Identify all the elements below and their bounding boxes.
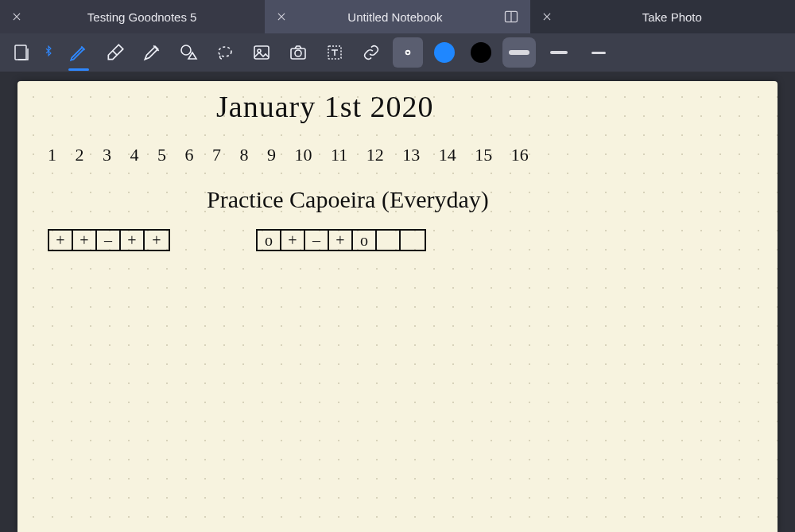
- tracker-cell: +: [281, 231, 305, 250]
- tracker-cell: o: [258, 231, 281, 250]
- tab-bar: Testing Goodnotes 5 Untitled Notebook Ta…: [0, 0, 795, 33]
- color-swatch-2[interactable]: [466, 37, 496, 68]
- pen-tool[interactable]: [64, 37, 94, 68]
- tracker-cell: [377, 231, 401, 250]
- habit-tracker-2: o+–+o: [256, 229, 426, 251]
- stroke-thick[interactable]: [502, 37, 536, 68]
- tracker-cell: +: [49, 231, 73, 250]
- tracker-cell: o: [353, 231, 377, 250]
- handwriting-title: January 1st 2020: [216, 89, 434, 124]
- text-tool[interactable]: [320, 37, 350, 68]
- eraser-tool[interactable]: [100, 37, 130, 68]
- link-tool[interactable]: [356, 37, 386, 68]
- tab-title: Testing Goodnotes 5: [30, 10, 254, 24]
- split-view-icon[interactable]: [503, 9, 519, 25]
- color-dot-icon: [471, 42, 491, 63]
- tracker-cell: +: [121, 231, 145, 250]
- close-icon[interactable]: [276, 11, 287, 22]
- tracker-cell: –: [97, 231, 121, 250]
- page-add-button[interactable]: [6, 37, 37, 68]
- svg-point-3: [219, 47, 231, 56]
- tracker-cell: +: [145, 231, 169, 250]
- tracker-cell: [401, 231, 425, 250]
- handwriting-numbers: 1 2 3 4 5 6 7 8 9 10 11 12 13 14 15 16: [48, 145, 529, 165]
- tab-right[interactable]: Take Photo: [530, 0, 795, 33]
- notebook-page[interactable]: January 1st 2020 1 2 3 4 5 6 7 8 9 10 11…: [17, 81, 778, 532]
- svg-point-7: [295, 50, 301, 56]
- image-tool[interactable]: [246, 37, 277, 68]
- toolbar: [0, 33, 795, 72]
- canvas-stage: January 1st 2020 1 2 3 4 5 6 7 8 9 10 11…: [0, 72, 795, 532]
- camera-tool[interactable]: [283, 37, 313, 68]
- tracker-cell: +: [329, 231, 353, 250]
- color-picker-button[interactable]: [393, 37, 423, 68]
- close-icon[interactable]: [541, 11, 553, 22]
- svg-point-2: [181, 45, 191, 55]
- stroke-medium[interactable]: [542, 37, 576, 68]
- tab-active[interactable]: Untitled Notebook: [265, 0, 529, 33]
- habit-tracker-1: ++–++: [48, 229, 170, 251]
- shape-tool[interactable]: [173, 37, 204, 68]
- tab-title: Untitled Notebook: [295, 10, 494, 24]
- svg-rect-4: [254, 46, 269, 59]
- color-dot-icon: [434, 42, 455, 63]
- tracker-cell: –: [305, 231, 329, 250]
- handwriting-task: Practice Capoeira (Everyday): [207, 186, 489, 213]
- color-swatch-1[interactable]: [429, 37, 460, 68]
- highlighter-tool[interactable]: [137, 37, 167, 68]
- stroke-thin[interactable]: [582, 37, 615, 68]
- tracker-cell: +: [73, 231, 97, 250]
- svg-rect-1: [15, 45, 26, 60]
- tab-left[interactable]: Testing Goodnotes 5: [0, 0, 265, 33]
- bluetooth-icon: [43, 45, 57, 60]
- close-icon[interactable]: [11, 11, 22, 22]
- lasso-tool[interactable]: [210, 37, 240, 68]
- tab-title: Take Photo: [560, 10, 784, 24]
